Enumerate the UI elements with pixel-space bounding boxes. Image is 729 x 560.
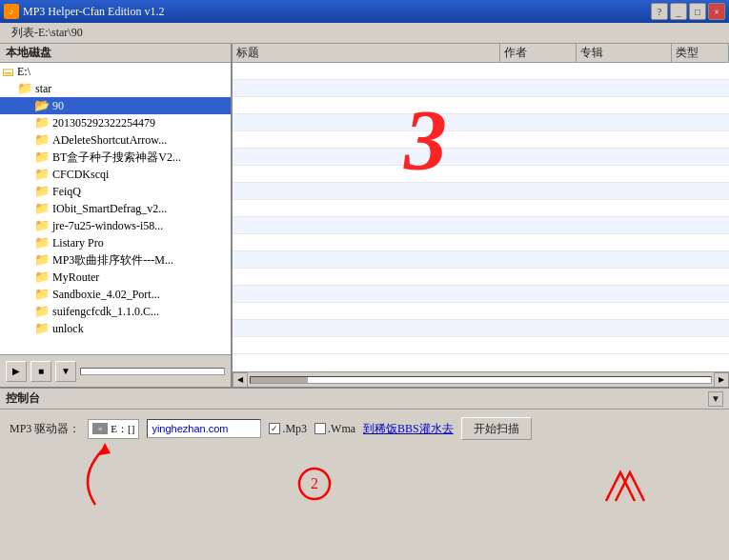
table-row (233, 131, 729, 149)
table-row (233, 269, 729, 286)
folder-open-icon: 📂 (34, 98, 50, 113)
stop-button[interactable]: ■ (30, 361, 51, 382)
col-header-title: 标题 (233, 44, 500, 62)
drive-path: E：[] (111, 422, 134, 436)
menu-bar: 列表-E:\star\90 (0, 23, 729, 44)
left-panel-header: 本地磁盘 (0, 44, 231, 63)
list-item[interactable]: 📁 jre-7u25-windows-i58... (0, 217, 231, 234)
progress-bar (80, 368, 225, 375)
list-item[interactable]: 📁 unlock (0, 320, 231, 337)
folder-icon: 📁 (34, 304, 50, 319)
table-row (233, 149, 729, 166)
list-item[interactable]: 📁 CFCDKscqi (0, 166, 231, 183)
wma-checkbox[interactable] (314, 423, 326, 434)
folder-icon: 📁 (34, 184, 50, 199)
window-controls: ? _ □ × (651, 3, 725, 20)
list-item[interactable]: 📁 suifengcfcdk_1.1.0.C... (0, 303, 231, 320)
mp3-checkbox-group: .Mp3 (269, 422, 307, 436)
folder-icon: 📁 (34, 270, 50, 285)
folder-icon: 📁 (34, 150, 50, 165)
table-row (233, 337, 729, 354)
bottom-panel-header: 控制台 ▼ (0, 389, 729, 410)
wma-checkbox-group: .Wma (314, 422, 355, 436)
table-row (233, 63, 729, 80)
table-rows (233, 63, 729, 371)
svg-text:2: 2 (311, 475, 318, 491)
transport-bar: ▶ ■ ▼ (0, 354, 231, 387)
scroll-right-button[interactable]: ▶ (714, 372, 729, 388)
table-row (233, 320, 729, 337)
table-header: 标题 作者 专辑 类型 (233, 44, 729, 63)
title-bar: ♪ MP3 Helper-Cfan Edition v1.2 ? _ □ × (0, 0, 729, 23)
list-item[interactable]: 📁 MyRouter (0, 269, 231, 286)
folder-icon: 📁 (34, 218, 50, 233)
close-button[interactable]: × (708, 3, 725, 20)
col-header-type: 类型 (672, 44, 729, 62)
left-panel: 本地磁盘 🖴 E:\ 📁 star 📂 (0, 44, 233, 387)
menu-path[interactable]: 列表-E:\star\90 (4, 23, 91, 43)
folder-icon: 📁 (34, 235, 50, 250)
table-row (233, 286, 729, 303)
list-item[interactable]: 📁 Sandboxie_4.02_Port... (0, 286, 231, 303)
folder-icon: 📁 (34, 201, 50, 216)
table-body: 3 (233, 63, 729, 371)
right-panel: 标题 作者 专辑 类型 (233, 44, 729, 387)
table-row (233, 303, 729, 320)
folder-icon: 📁 (17, 81, 32, 96)
list-item[interactable]: 📁 201305292322254479 (0, 114, 231, 131)
folder-icon: 📁 (34, 132, 50, 148)
list-item[interactable]: 📁 BT盒子种子搜索神器V2... (0, 149, 231, 166)
path-input[interactable] (147, 419, 261, 438)
wma-label: .Wma (328, 422, 355, 436)
bottom-panel-title: 控制台 (6, 390, 40, 407)
folder-icon: 📁 (34, 287, 50, 302)
table-row (233, 114, 729, 131)
table-row (233, 183, 729, 200)
minimize-button[interactable]: _ (670, 3, 687, 20)
col-header-album: 专辑 (577, 44, 672, 62)
play-button[interactable]: ▶ (6, 361, 27, 382)
scan-button[interactable]: 开始扫描 (461, 417, 532, 440)
table-row (233, 217, 729, 234)
scroll-thumb (251, 377, 308, 383)
mp3-checkbox[interactable] (269, 423, 280, 434)
table-row (233, 166, 729, 183)
list-item[interactable]: 📁 IObit_SmartDefrag_v2... (0, 200, 231, 217)
maximize-button[interactable]: □ (689, 3, 706, 20)
col-header-author: 作者 (500, 44, 577, 62)
scroll-track[interactable] (250, 376, 712, 384)
file-tree-scroll[interactable]: 🖴 E:\ 📁 star 📂 90 📁 (0, 63, 231, 354)
drive-box[interactable]: ≡ E：[] (88, 419, 139, 439)
main-area: 本地磁盘 🖴 E:\ 📁 star 📂 (0, 44, 729, 387)
scroll-left-button[interactable]: ◀ (233, 372, 248, 388)
tree-item-star[interactable]: 📁 star (0, 80, 231, 97)
list-item[interactable]: 📁 MP3歌曲排序软件---M... (0, 251, 231, 269)
folder-icon: 📁 (34, 321, 50, 336)
driver-label: MP3 驱动器： (10, 421, 80, 437)
svg-point-1 (299, 469, 330, 499)
file-tree-area: 🖴 E:\ 📁 star 📂 90 📁 (0, 63, 231, 354)
list-item[interactable]: 📁 Listary Pro (0, 234, 231, 251)
list-item[interactable]: 📁 FeiqQ (0, 183, 231, 200)
folder-icon: 📁 (34, 252, 50, 268)
help-button[interactable]: ? (651, 3, 668, 20)
folder-icon: 📁 (34, 115, 50, 130)
bbs-link[interactable]: 到稀饭BBS灌水去 (363, 421, 454, 437)
table-row (233, 251, 729, 269)
panel-toggle-button[interactable]: ▼ (708, 391, 723, 407)
folder-icon: 📁 (34, 167, 50, 182)
down-button[interactable]: ▼ (55, 361, 76, 382)
drive-icon: ≡ (92, 423, 108, 434)
table-row (233, 234, 729, 251)
tree-item-drive[interactable]: 🖴 E:\ (0, 63, 231, 80)
horizontal-scrollbar[interactable]: ◀ ▶ (233, 371, 729, 387)
mp3-label: .Mp3 (282, 422, 307, 436)
tree-item-90[interactable]: 📂 90 (0, 97, 231, 114)
drive-icon: 🖴 (2, 64, 14, 79)
app-icon: ♪ (4, 4, 19, 19)
title-text: MP3 Helper-Cfan Edition v1.2 (23, 5, 164, 19)
table-row (233, 80, 729, 97)
bottom-content: MP3 驱动器： ≡ E：[] .Mp3 .Wma 到稀饭BBS灌水去 开始扫描 (0, 410, 729, 448)
list-item[interactable]: 📁 ADeleteShortcutArrow... (0, 131, 231, 149)
table-row (233, 97, 729, 114)
